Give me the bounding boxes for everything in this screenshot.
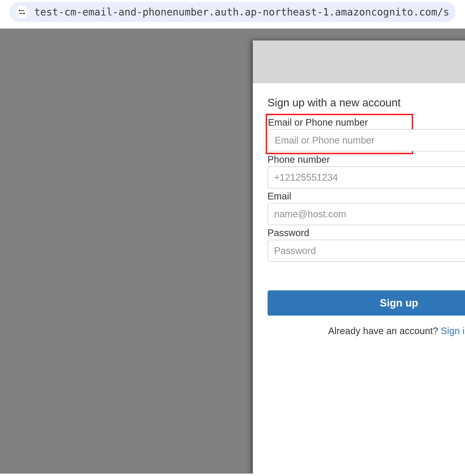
email-phone-input[interactable] bbox=[268, 129, 465, 151]
password-label: Password bbox=[268, 227, 465, 238]
signup-card: Sign up with a new account Email or Phon… bbox=[253, 41, 465, 474]
signup-button[interactable]: Sign up bbox=[268, 290, 465, 316]
phone-label: Phone number bbox=[268, 154, 465, 165]
form-title: Sign up with a new account bbox=[268, 96, 465, 109]
svg-point-0 bbox=[19, 10, 21, 11]
svg-point-2 bbox=[23, 13, 25, 14]
signin-prompt-text: Already have an account? bbox=[328, 325, 441, 336]
site-settings-icon[interactable] bbox=[16, 6, 28, 18]
highlight-annotation: Email or Phone number bbox=[266, 114, 413, 154]
svg-rect-1 bbox=[21, 10, 24, 11]
svg-rect-3 bbox=[19, 13, 23, 14]
signin-prompt: Already have an account? Sign in bbox=[268, 325, 465, 336]
password-input[interactable] bbox=[268, 240, 465, 262]
email-label: Email bbox=[268, 191, 465, 202]
card-logo-area bbox=[253, 41, 465, 83]
email-input[interactable] bbox=[268, 203, 465, 225]
signin-link[interactable]: Sign in bbox=[441, 325, 465, 336]
email-phone-label: Email or Phone number bbox=[268, 117, 410, 128]
phone-input[interactable] bbox=[268, 166, 465, 188]
url-text[interactable]: test-cm-email-and-phonenumber.auth.ap-no… bbox=[34, 6, 449, 18]
page-background: Sign up with a new account Email or Phon… bbox=[0, 29, 465, 474]
browser-address-bar[interactable]: test-cm-email-and-phonenumber.auth.ap-no… bbox=[10, 2, 455, 22]
